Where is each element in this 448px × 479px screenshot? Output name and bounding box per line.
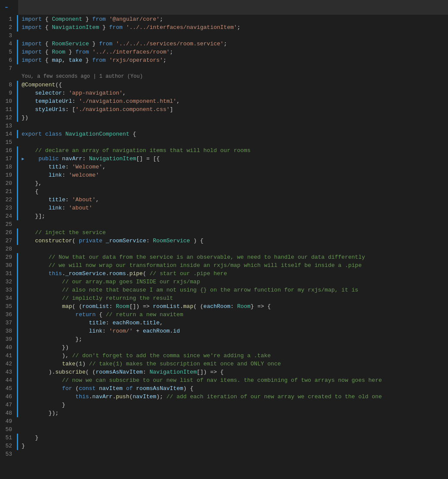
code-line: title: 'Welcome', (20, 163, 448, 171)
token-punct (59, 155, 62, 162)
token-punct (89, 49, 92, 55)
line-number: 37 (0, 319, 16, 327)
git-row (16, 417, 20, 425)
code-line: }, (20, 179, 448, 187)
editor-container: 1234567891011121314151617181920212223242… (0, 0, 448, 479)
line-number: 21 (0, 187, 16, 196)
code-line: } (20, 434, 448, 442)
token-punct: ( (76, 361, 79, 367)
token-punct: []) => (129, 303, 153, 310)
token-punct (123, 385, 126, 392)
code-line: title: 'About', (20, 196, 448, 204)
token-str: 'about' (69, 205, 92, 211)
token-punct: , (62, 57, 69, 63)
token-kw: this (76, 393, 89, 400)
git-modified-bar (17, 319, 18, 327)
token-cls: RoomService (52, 41, 89, 47)
code-line: title: eachRoom.title, (20, 319, 448, 327)
token-dec: @Component (22, 82, 55, 88)
token-punct: : (143, 369, 150, 375)
code-line (20, 220, 448, 228)
git-modified-bar (17, 393, 18, 401)
git-row (16, 97, 20, 105)
token-punct: , (177, 98, 180, 105)
git-modified-bar (17, 401, 18, 409)
code-line (20, 64, 448, 73)
token-prop: take (69, 57, 82, 63)
git-modified-bar (17, 237, 18, 245)
token-kw2: constructor (35, 238, 72, 244)
git-row (16, 64, 20, 73)
token-punct: ). (22, 369, 55, 375)
token-str: './navigation.component.css' (76, 106, 170, 113)
git-modified-bar (17, 56, 18, 64)
code-line: take(1) // take(1) makes the subscriptio… (20, 360, 448, 368)
token-punct (22, 164, 48, 170)
code-line (20, 122, 448, 130)
token-cmt: // implictly returning the result (22, 295, 173, 301)
token-punct: . (106, 270, 109, 277)
token-cmt: // inject the service (22, 229, 106, 236)
git-row (16, 286, 20, 294)
fold-arrow[interactable]: ► (22, 157, 24, 162)
line-number: 44 (0, 376, 16, 384)
token-prop: link (89, 328, 102, 334)
git-row (16, 81, 20, 89)
code-line: // our array.map goes INSIDE our rxjs/ma… (20, 278, 448, 286)
git-row (16, 15, 20, 23)
git-modified-bar (17, 48, 18, 56)
token-punct: } => { (251, 303, 271, 310)
token-kw: const (79, 385, 96, 392)
git-modified-bar (17, 155, 18, 163)
git-modified-bar (17, 343, 18, 352)
git-row (16, 409, 20, 417)
token-fn: take (62, 361, 76, 367)
token-punct: ( ( (72, 303, 82, 310)
code-line: styleUrls: ['./navigation.component.css'… (20, 105, 448, 114)
line-number: 49 (0, 417, 16, 425)
git-gutter (16, 15, 20, 479)
code-line: import { Component } from '@angular/core… (20, 15, 448, 23)
token-punct: ( (72, 385, 79, 392)
token-var: navItem (99, 385, 123, 392)
token-str: 'app-navigation' (69, 90, 123, 96)
code-editor: 1234567891011121314151617181920212223242… (0, 15, 448, 479)
line-number: 17 (0, 155, 16, 163)
token-var: navItem (133, 393, 157, 400)
token-kw: of (126, 385, 133, 392)
git-modified-bar (17, 171, 18, 179)
line-number: 9 (0, 89, 16, 97)
token-cmt: // our array.map goes INSIDE our rxjs/ma… (22, 279, 200, 285)
token-kw: import (22, 57, 42, 63)
active-tab[interactable] (0, 0, 19, 15)
token-punct: , (123, 90, 126, 96)
code-line: { (20, 187, 448, 196)
git-modified-bar (17, 442, 18, 450)
line-number: 34 (0, 294, 16, 302)
token-punct: : (65, 197, 72, 203)
token-punct: }, (22, 180, 42, 187)
line-number: 46 (0, 393, 16, 401)
token-fn: push (116, 393, 129, 400)
git-row (16, 155, 20, 163)
git-modified-bar (17, 261, 18, 270)
line-number: 51 (0, 434, 16, 442)
token-punct (106, 16, 109, 22)
code-content[interactable]: import { Component } from '@angular/core… (20, 15, 448, 479)
token-cmt: // take(1) makes the subscription emit o… (89, 361, 281, 367)
token-cls: Room (116, 303, 129, 310)
line-number: 16 (0, 146, 16, 155)
code-line (20, 450, 448, 458)
token-cmt: // Now that our data from the service is… (22, 254, 365, 260)
token-punct (22, 197, 48, 203)
token-kw: from (99, 41, 112, 47)
code-line (20, 138, 448, 146)
git-modified-bar (17, 286, 18, 294)
code-line: }; (20, 335, 448, 343)
token-kw: import (22, 49, 42, 55)
line-number: 25 (0, 220, 16, 228)
token-punct (106, 57, 109, 63)
line-number: 3 (0, 32, 16, 40)
code-line: // also note that because I am not using… (20, 286, 448, 294)
code-line: import { RoomService } from '../../../se… (20, 40, 448, 48)
